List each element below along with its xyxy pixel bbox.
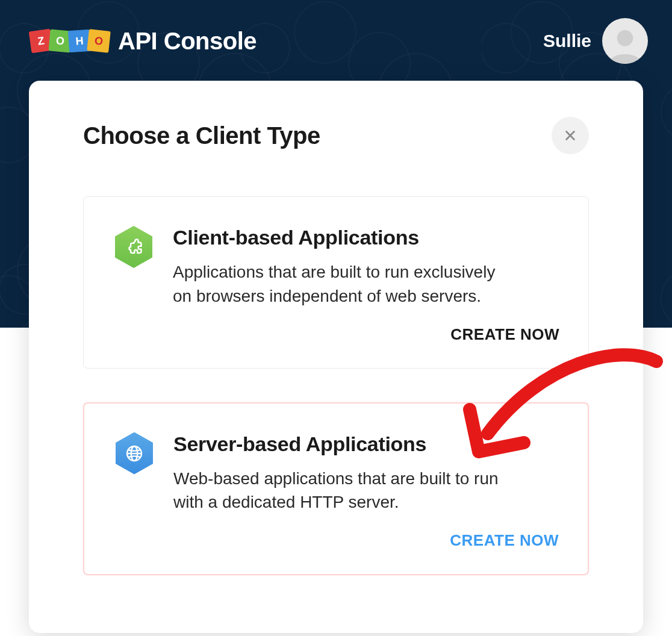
client-based-body: Client-based Applications Applications t… [173, 226, 559, 344]
logo-group: Z O H O API Console [30, 28, 257, 55]
server-based-body: Server-based Applications Web-based appl… [173, 432, 559, 550]
server-based-icon [113, 432, 155, 475]
close-icon [564, 129, 577, 142]
globe-icon [125, 444, 144, 463]
logo-tile-o2: O [87, 29, 111, 53]
avatar-placeholder-icon [606, 25, 644, 64]
client-based-icon [113, 226, 155, 268]
client-based-desc: Applications that are built to run exclu… [173, 260, 510, 308]
zoho-logo: Z O H O [30, 30, 110, 52]
modal-title: Choose a Client Type [83, 122, 320, 149]
app-header: Z O H O API Console Sullie [0, 0, 672, 82]
client-type-modal: Choose a Client Type Client-based Applic… [29, 81, 643, 633]
user-group[interactable]: Sullie [543, 18, 648, 64]
close-button[interactable] [552, 117, 589, 154]
app-title: API Console [118, 28, 257, 55]
server-based-card[interactable]: Server-based Applications Web-based appl… [83, 402, 589, 576]
client-based-title: Client-based Applications [173, 226, 559, 249]
client-based-card[interactable]: Client-based Applications Applications t… [83, 196, 589, 369]
svg-point-0 [617, 30, 633, 46]
puzzle-icon [125, 238, 143, 256]
avatar[interactable] [602, 18, 648, 64]
modal-header: Choose a Client Type [83, 117, 589, 154]
server-based-create-button[interactable]: CREATE NOW [173, 531, 559, 550]
server-based-desc: Web-based applications that are built to… [173, 467, 511, 515]
username-label: Sullie [543, 31, 591, 51]
client-based-create-button[interactable]: CREATE NOW [173, 325, 559, 344]
server-based-title: Server-based Applications [173, 432, 559, 456]
